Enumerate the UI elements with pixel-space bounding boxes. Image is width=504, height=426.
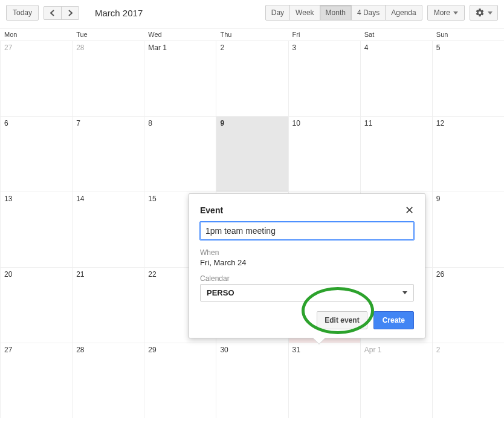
gear-icon <box>475 8 485 18</box>
week-row: 6789101112 <box>0 116 504 192</box>
chevron-right-icon <box>68 10 73 16</box>
caret-down-icon <box>453 11 458 15</box>
view-4days[interactable]: 4 Days <box>351 5 386 21</box>
next-button[interactable] <box>61 6 79 20</box>
dow-cell: Tue <box>72 28 144 40</box>
day-cell[interactable]: 12 <box>432 116 504 192</box>
create-button[interactable]: Create <box>373 311 414 329</box>
day-cell[interactable]: 30 <box>216 343 288 418</box>
day-cell[interactable]: 11 <box>360 116 432 192</box>
caret-down-icon <box>488 11 493 15</box>
day-cell[interactable]: 9 <box>216 116 288 192</box>
more-label: More <box>434 8 450 17</box>
view-month[interactable]: Month <box>320 5 352 21</box>
day-cell[interactable]: 20 <box>0 267 72 343</box>
day-cell[interactable]: 2 <box>216 40 288 116</box>
day-cell[interactable]: 9 <box>432 192 504 267</box>
day-cell[interactable]: 28 <box>72 343 144 418</box>
dow-cell: Wed <box>144 28 216 40</box>
chevron-left-icon <box>50 10 55 16</box>
day-cell[interactable]: 2 <box>432 343 504 418</box>
close-icon[interactable]: ✕ <box>405 205 414 216</box>
view-week[interactable]: Week <box>289 5 320 21</box>
day-cell[interactable]: 29 <box>144 343 216 418</box>
dow-cell: Thu <box>216 28 288 40</box>
day-cell[interactable]: 21 <box>72 267 144 343</box>
event-popover: Event ✕ When Fri, March 24 Calendar PERS… <box>189 193 425 338</box>
calendar-select[interactable]: PERSO <box>200 284 414 302</box>
day-cell[interactable]: Mar 1 <box>144 40 216 116</box>
month-label: March 2017 <box>95 8 143 18</box>
day-cell[interactable]: 8 <box>144 116 216 192</box>
nav-group <box>44 6 79 20</box>
day-cell[interactable]: 28 <box>72 40 144 116</box>
edit-event-button[interactable]: Edit event <box>317 311 367 329</box>
day-cell[interactable]: 10 <box>288 116 360 192</box>
dow-cell: Sat <box>360 28 432 40</box>
day-cell[interactable]: 6 <box>0 116 72 192</box>
dow-cell: Fri <box>288 28 360 40</box>
dow-cell: Sun <box>432 28 504 40</box>
more-button[interactable]: More <box>427 5 465 21</box>
when-value: Fri, March 24 <box>200 258 414 267</box>
calendar-label: Calendar <box>200 274 414 283</box>
day-cell[interactable]: 3 <box>288 40 360 116</box>
prev-button[interactable] <box>44 6 62 20</box>
week-row: 2728Mar 12345 <box>0 40 504 116</box>
caret-down-icon <box>402 291 407 294</box>
today-button[interactable]: Today <box>6 5 39 21</box>
day-cell[interactable]: 26 <box>432 267 504 343</box>
day-cell[interactable]: 4 <box>360 40 432 116</box>
dow-cell: Mon <box>0 28 72 40</box>
event-title-input[interactable] <box>200 222 414 240</box>
view-day[interactable]: Day <box>265 5 290 21</box>
view-switcher: Day Week Month 4 Days Agenda <box>265 5 422 21</box>
day-cell[interactable]: 27 <box>0 40 72 116</box>
day-cell[interactable]: 7 <box>72 116 144 192</box>
day-cell[interactable]: 5 <box>432 40 504 116</box>
settings-button[interactable] <box>470 5 498 21</box>
day-cell[interactable]: 31 <box>288 343 360 418</box>
calendar-select-value: PERSO <box>207 288 234 297</box>
day-cell[interactable]: 14 <box>72 192 144 267</box>
dow-header: MonTueWedThuFriSatSun <box>0 28 504 40</box>
day-cell[interactable]: Apr 1 <box>360 343 432 418</box>
day-cell[interactable]: 27 <box>0 343 72 418</box>
when-label: When <box>200 248 414 257</box>
day-cell[interactable]: 13 <box>0 192 72 267</box>
popover-title: Event <box>200 205 223 215</box>
view-agenda[interactable]: Agenda <box>385 5 422 21</box>
toolbar: Today March 2017 Day Week Month 4 Days A… <box>0 0 504 25</box>
week-row: 2728293031Apr 12 <box>0 343 504 418</box>
